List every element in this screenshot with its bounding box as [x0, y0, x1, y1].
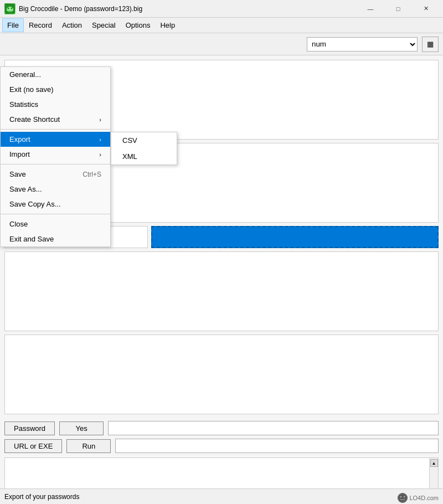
- menu-item-export[interactable]: Export ›: [1, 132, 110, 147]
- menu-item-create-shortcut[interactable]: Create Shortcut ›: [1, 112, 110, 127]
- title-bar: Big Crocodile - Demo (password=123).big …: [0, 0, 443, 18]
- menu-item-import[interactable]: Import ›: [1, 147, 110, 162]
- toolbar: num ▦: [0, 33, 443, 55]
- yes-button[interactable]: Yes: [59, 421, 104, 435]
- save-shortcut: Ctrl+S: [83, 171, 101, 178]
- toolbar-select[interactable]: num: [307, 37, 418, 52]
- menu-item-save-copy-as[interactable]: Save Copy As...: [1, 197, 110, 212]
- grid-button[interactable]: ▦: [422, 37, 439, 52]
- svg-point-5: [400, 496, 402, 498]
- content-panel-highlighted: [151, 226, 439, 248]
- menu-item-exit-nosave[interactable]: Exit (no save): [1, 82, 110, 97]
- svg-point-2: [8, 7, 9, 9]
- file-menu-dropdown: General... Exit (no save) Statistics Cre…: [0, 66, 111, 247]
- svg-point-3: [11, 7, 13, 9]
- menu-action[interactable]: Action: [57, 18, 87, 32]
- menu-item-close[interactable]: Close: [1, 217, 110, 232]
- divider-2: [1, 164, 110, 164]
- svg-point-6: [404, 496, 405, 498]
- logo-icon: [398, 493, 408, 503]
- menu-item-statistics[interactable]: Statistics: [1, 97, 110, 112]
- password-input[interactable]: [108, 421, 439, 435]
- import-arrow: ›: [99, 151, 101, 158]
- status-bar: Export of your passwords LO4D.com: [0, 488, 443, 504]
- menu-item-save[interactable]: Save Ctrl+S: [1, 167, 110, 182]
- app-icon: [4, 3, 16, 14]
- logo-text: LO4D.com: [409, 495, 439, 501]
- minimize-button[interactable]: —: [358, 2, 383, 16]
- export-arrow: ›: [99, 136, 101, 143]
- status-text: Export of your passwords: [4, 493, 79, 501]
- close-button[interactable]: ✕: [413, 2, 439, 16]
- url-row: URL or EXE Run: [4, 439, 439, 453]
- url-input[interactable]: [115, 439, 439, 453]
- password-button[interactable]: Password: [4, 421, 55, 435]
- url-exe-button[interactable]: URL or EXE: [4, 439, 62, 453]
- menu-record[interactable]: Record: [24, 18, 57, 32]
- menu-item-general[interactable]: General...: [1, 67, 110, 82]
- maximize-button[interactable]: □: [385, 2, 411, 16]
- run-button[interactable]: Run: [66, 439, 111, 453]
- window-title: Big Crocodile - Demo (password=123).big: [19, 5, 358, 13]
- divider-1: [1, 129, 110, 130]
- submenu-item-xml[interactable]: XML: [111, 148, 177, 164]
- main-content: num ▦ Password Yes URL or EXE Run ▲: [0, 33, 443, 504]
- menu-item-exit-save[interactable]: Exit and Save: [1, 232, 110, 246]
- menu-bar: File Record Action Special Options Help: [0, 18, 443, 33]
- menu-help[interactable]: Help: [155, 18, 180, 32]
- password-row: Password Yes: [4, 421, 439, 435]
- svg-point-4: [399, 495, 406, 501]
- export-submenu: CSV XML: [111, 132, 177, 165]
- scroll-up-button[interactable]: ▲: [430, 459, 438, 467]
- divider-3: [1, 214, 110, 214]
- bottom-buttons: Password Yes URL or EXE Run: [0, 419, 443, 455]
- menu-file[interactable]: File: [2, 18, 24, 32]
- logo-area: LO4D.com: [398, 493, 439, 503]
- grid-icon: ▦: [427, 40, 434, 48]
- menu-special[interactable]: Special: [87, 18, 121, 32]
- menu-options[interactable]: Options: [121, 18, 156, 32]
- file-dropdown-menu: General... Exit (no save) Statistics Cre…: [0, 66, 111, 247]
- create-shortcut-arrow: ›: [99, 116, 101, 123]
- window-controls: — □ ✕: [358, 2, 439, 16]
- export-row: Export › CSV XML: [1, 132, 110, 147]
- submenu-item-csv[interactable]: CSV: [111, 132, 177, 148]
- content-panel-4: [4, 251, 439, 331]
- content-panel-5: [4, 335, 439, 414]
- menu-item-save-as[interactable]: Save As...: [1, 182, 110, 197]
